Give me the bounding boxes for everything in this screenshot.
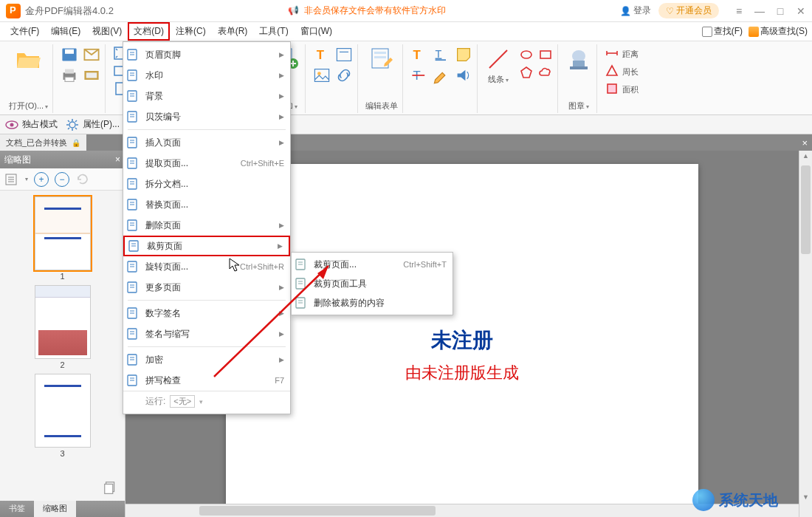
thumb-zoom-out[interactable]: − [55, 172, 69, 187]
polygon-icon[interactable] [519, 65, 534, 80]
distance-button[interactable]: 距离 [605, 46, 639, 61]
run-row[interactable]: 运行:<无>▾ [123, 391, 290, 411]
minimize-icon[interactable]: — [754, 5, 765, 17]
exclusive-mode-button[interactable]: 独占模式 [4, 117, 58, 132]
menu-tools[interactable]: 工具(T) [253, 22, 294, 41]
area-button[interactable]: 面积 [605, 81, 639, 96]
edit-form-label[interactable]: 编辑表单 [365, 100, 398, 112]
text-box-icon[interactable] [335, 46, 353, 62]
sound-icon[interactable] [455, 66, 472, 83]
properties-button[interactable]: 属性(P)... [65, 117, 120, 132]
find-button[interactable]: 查找(F) [702, 25, 743, 38]
stamp-label[interactable]: 图章▾ [568, 100, 589, 112]
menu-icon[interactable]: ≡ [734, 5, 744, 17]
doc-tab[interactable]: 文档_已合并转换 🔒 [0, 134, 86, 151]
dropdown-item[interactable]: 替换页面... [123, 194, 290, 215]
link-tool-icon[interactable] [335, 66, 353, 83]
ribbon-stamp-group: 图章▾ [561, 44, 597, 113]
dropdown-item[interactable]: 删除页面▶ [123, 215, 290, 236]
dropdown-item[interactable]: 裁剪页面▶ [123, 236, 290, 256]
dropdown-item[interactable]: 拆分文档... [123, 174, 290, 194]
svg-rect-7 [86, 72, 97, 78]
text-tool-icon[interactable]: T [313, 46, 331, 62]
thumb-page-2[interactable] [35, 285, 91, 359]
stamp-icon[interactable] [565, 46, 592, 72]
menu-comment[interactable]: 注释(C) [170, 22, 212, 41]
maximize-icon[interactable]: □ [775, 5, 785, 17]
strikeout-icon[interactable]: T [410, 66, 428, 83]
adv-find-button[interactable]: 高级查找(S) [749, 25, 808, 38]
close-icon[interactable]: ✕ [796, 5, 806, 17]
menubar: 文件(F) 编辑(E) 视图(V) 文档(D) 注释(C) 表单(R) 工具(T… [0, 22, 812, 41]
scroll-down-icon[interactable]: ▼ [799, 493, 812, 501]
scan-icon[interactable] [83, 66, 100, 83]
ribbon: 打开(O)...▾ 104.66% 放大 缩小 [0, 41, 812, 115]
sidebar-tabs: 书签 缩略图 [0, 501, 125, 517]
thumb-num: 3 [60, 449, 64, 458]
menu-edit[interactable]: 编辑(E) [45, 22, 86, 41]
dropdown-item[interactable]: 页眉页脚▶ [123, 44, 290, 65]
menu-form[interactable]: 表单(R) [212, 22, 254, 41]
menu-view[interactable]: 视图(V) [86, 22, 128, 41]
open-label[interactable]: 打开(O)...▾ [9, 100, 48, 112]
run-value[interactable]: <无> [170, 395, 195, 408]
sidebar-close-icon[interactable]: × [115, 154, 120, 165]
pages-stack-icon[interactable] [103, 480, 119, 496]
hscroll-thumb[interactable] [199, 506, 436, 516]
note-icon[interactable] [455, 46, 472, 62]
thumb-page-1[interactable] [35, 196, 91, 270]
chevron-right-icon: ▶ [279, 113, 284, 120]
svg-line-106 [214, 266, 328, 377]
thumb-options-icon[interactable] [4, 172, 19, 187]
line-icon[interactable] [485, 46, 512, 72]
cloud-icon[interactable] [538, 65, 553, 80]
vip-button[interactable]: ♡ 开通会员 [658, 3, 719, 18]
area-icon [605, 81, 619, 96]
adv-find-icon [749, 27, 759, 37]
vscroll-thumb[interactable] [801, 165, 811, 254]
save-icon[interactable] [61, 46, 78, 62]
thumb-item[interactable]: 2 [35, 285, 91, 369]
app-title: 金舟PDF编辑器4.0.2 [25, 4, 114, 18]
login-button[interactable]: 👤 登录 [620, 4, 651, 17]
perimeter-button[interactable]: 周长 [605, 64, 639, 78]
dropdown-item[interactable]: 背景▶ [123, 86, 290, 106]
gear-icon [65, 117, 80, 132]
menu-file[interactable]: 文件(F) [4, 22, 45, 41]
lines-label[interactable]: 线条▾ [488, 74, 509, 85]
svg-text:T: T [413, 48, 422, 62]
edit-form-icon[interactable] [368, 46, 395, 72]
dropdown-item[interactable]: 水印▶ [123, 65, 290, 86]
perimeter-icon [605, 64, 619, 78]
underline-icon[interactable]: T [433, 46, 450, 62]
thumb-item[interactable]: 1 [35, 196, 91, 281]
thumb-item[interactable]: 3 [35, 374, 91, 458]
thumb-zoom-in[interactable]: + [34, 172, 49, 187]
thumb-page-3[interactable] [35, 374, 91, 448]
dropdown-item[interactable]: 插入页面▶ [123, 132, 290, 153]
thumbnail-list[interactable]: 1 2 3 [0, 191, 125, 476]
highlight-icon[interactable]: T [410, 46, 428, 62]
rotate-icon[interactable] [75, 172, 90, 187]
vertical-scrollbar[interactable]: ▲ ▼ [799, 151, 812, 517]
dropdown-item-label: 裁剪页面 [147, 240, 272, 253]
svg-point-44 [10, 123, 14, 126]
tab-thumbnail[interactable]: 缩略图 [34, 501, 76, 517]
doc-item-icon [126, 281, 140, 294]
mail-icon[interactable] [83, 46, 100, 62]
print-icon[interactable] [61, 66, 78, 83]
scroll-up-icon[interactable]: ▲ [799, 152, 812, 160]
dropdown-item[interactable]: 贝茨编号▶ [123, 106, 290, 127]
menu-window[interactable]: 窗口(W) [295, 22, 338, 41]
dropdown-item[interactable]: 提取页面...Ctrl+Shift+E [123, 153, 290, 174]
doc-item-icon [126, 136, 140, 149]
rect-icon[interactable] [538, 47, 553, 62]
ellipse-icon[interactable] [519, 47, 534, 62]
doc-item-icon [126, 177, 140, 191]
tab-bookmark[interactable]: 书签 [0, 501, 34, 517]
open-folder-icon[interactable] [16, 46, 42, 72]
menu-document[interactable]: 文档(D) [128, 22, 170, 41]
pencil-icon[interactable] [433, 66, 450, 83]
doc-tab-close[interactable]: × [797, 137, 812, 148]
image-tool-icon[interactable] [313, 66, 331, 83]
